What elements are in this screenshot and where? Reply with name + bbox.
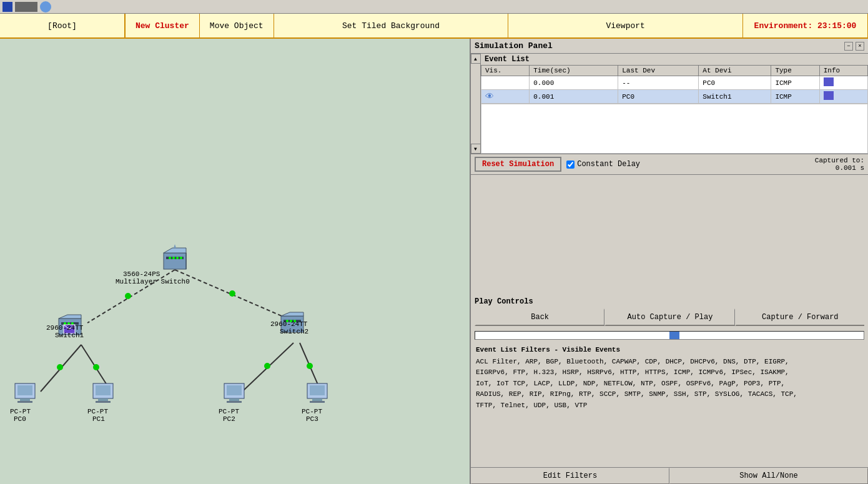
- svg-point-18: [176, 257, 179, 259]
- event-time-2: 0.001: [530, 90, 618, 104]
- svg-text:PC-PT: PC-PT: [219, 408, 239, 415]
- app-icon-3: [40, 1, 51, 12]
- svg-point-17: [172, 257, 175, 259]
- svg-marker-35: [281, 312, 303, 316]
- svg-rect-63: [310, 401, 325, 403]
- event-row-2[interactable]: 👁 0.001 PC0 Switch1 ICMP: [481, 90, 868, 104]
- capture-forward-button[interactable]: Capture / Forward: [735, 309, 864, 326]
- menu-bar: [Root] New Cluster Move Object Set Tiled…: [0, 14, 868, 39]
- svg-rect-62: [312, 398, 322, 401]
- svg-point-6: [125, 293, 131, 299]
- svg-rect-44: [20, 398, 30, 401]
- filters-text: ACL Filter, ARP, BGP, Bluetooth, CAPWAP,…: [476, 357, 863, 412]
- event-vis-1: [481, 76, 530, 90]
- captured-to-value: 0.001 s: [815, 164, 864, 172]
- menu-move-object[interactable]: Move Object: [200, 14, 274, 37]
- menu-viewport[interactable]: Viewport: [508, 14, 743, 37]
- progress-area: [471, 328, 868, 342]
- app-icon-1: [2, 2, 12, 12]
- col-type: Type: [771, 66, 819, 76]
- event-list-empty-space: [481, 104, 868, 154]
- svg-text:3560-24PS: 3560-24PS: [123, 270, 160, 278]
- constant-delay-label[interactable]: Constant Delay: [566, 160, 640, 169]
- svg-point-9: [93, 364, 99, 370]
- back-button[interactable]: Back: [475, 309, 604, 326]
- event-color-1: [824, 77, 834, 86]
- panel-header: Simulation Panel − ×: [471, 39, 868, 54]
- main-area: 3560-24PS Multilayer Switch0 2960-24TT S…: [0, 39, 868, 484]
- panel-title: Simulation Panel: [475, 41, 553, 51]
- svg-marker-24: [59, 315, 81, 319]
- title-bar: [0, 0, 868, 14]
- event-vis-2: 👁: [481, 90, 530, 104]
- event-info-2: [819, 90, 867, 104]
- vertical-scrollbar[interactable]: ▲ ▼: [471, 54, 481, 154]
- middle-spacer: [471, 175, 868, 295]
- menu-root[interactable]: [Root]: [0, 14, 125, 37]
- event-at-dev-1: PC0: [699, 76, 771, 90]
- event-table: Vis. Time(sec) Last Dev At Devi Type Inf…: [481, 65, 868, 104]
- svg-point-10: [264, 363, 270, 369]
- svg-rect-49: [96, 385, 111, 395]
- event-time-1: 0.000: [530, 76, 618, 90]
- event-last-dev-1: --: [618, 76, 699, 90]
- svg-point-16: [169, 257, 171, 259]
- svg-text:PC-PT: PC-PT: [87, 408, 108, 415]
- play-controls-label: Play Controls: [475, 297, 864, 306]
- svg-text:2960-24TT: 2960-24TT: [46, 324, 84, 332]
- filter-buttons: Edit Filters Show All/None: [471, 467, 868, 484]
- col-at-dev: At Devi: [699, 66, 771, 76]
- event-type-2: ICMP: [771, 90, 819, 104]
- progress-bar-fill: [669, 332, 679, 339]
- reset-simulation-button[interactable]: Reset Simulation: [475, 157, 561, 172]
- menu-new-cluster[interactable]: New Cluster: [125, 14, 200, 37]
- svg-rect-61: [310, 385, 325, 395]
- event-info-1: [819, 76, 867, 90]
- svg-text:PC0: PC0: [14, 415, 26, 423]
- event-at-dev-2: Switch1: [699, 90, 771, 104]
- svg-text:PC-PT: PC-PT: [302, 408, 322, 415]
- event-last-dev-2: PC0: [618, 90, 699, 104]
- svg-text:Multilayer Switch0: Multilayer Switch0: [116, 278, 190, 285]
- show-all-none-button[interactable]: Show All/None: [669, 468, 868, 484]
- simulation-panel: Simulation Panel − × ▲ ▼ Event List Vis.: [470, 39, 868, 484]
- svg-point-7: [229, 290, 235, 297]
- svg-text:Switch1: Switch1: [55, 332, 84, 339]
- panel-controls: − ×: [844, 42, 864, 51]
- topology-svg: 3560-24PS Multilayer Switch0 2960-24TT S…: [0, 39, 470, 484]
- play-controls-section: Play Controls Back Auto Capture / Play C…: [471, 295, 868, 328]
- event-row-1[interactable]: 0.000 -- PC0 ICMP: [481, 76, 868, 90]
- event-list-container: Event List Vis. Time(sec) Last Dev At De…: [481, 54, 868, 154]
- auto-capture-play-button[interactable]: Auto Capture / Play: [604, 309, 734, 326]
- close-button[interactable]: ×: [856, 42, 864, 51]
- svg-marker-13: [164, 248, 186, 253]
- minimize-button[interactable]: −: [844, 42, 853, 51]
- app-icon-2: [15, 2, 37, 12]
- svg-rect-50: [98, 398, 108, 401]
- svg-rect-45: [17, 401, 32, 403]
- svg-rect-12: [164, 253, 186, 269]
- svg-text:2960-24TT: 2960-24TT: [270, 320, 308, 328]
- menu-environment[interactable]: Environment: 23:15:00: [743, 14, 868, 37]
- eye-icon: 👁: [485, 92, 494, 102]
- svg-point-19: [180, 257, 182, 259]
- event-list-label: Event List: [481, 54, 868, 65]
- svg-text:PC3: PC3: [306, 415, 318, 423]
- constant-delay-text: Constant Delay: [577, 160, 640, 169]
- constant-delay-checkbox[interactable]: [566, 161, 575, 169]
- captured-to-area: Captured to: 0.001 s: [815, 157, 864, 172]
- svg-rect-57: [227, 401, 242, 403]
- progress-bar-track[interactable]: [475, 331, 864, 340]
- svg-rect-51: [96, 401, 111, 403]
- event-color-2: [824, 91, 834, 100]
- menu-tiled-bg[interactable]: Set Tiled Background: [274, 14, 509, 37]
- svg-text:PC1: PC1: [92, 415, 105, 423]
- controls-row: Reset Simulation Constant Delay Captured…: [471, 154, 868, 175]
- scroll-up-arrow[interactable]: ▲: [471, 54, 481, 64]
- svg-rect-43: [17, 385, 32, 395]
- col-info: Info: [819, 66, 867, 76]
- svg-text:Switch2: Switch2: [280, 328, 308, 335]
- canvas-area[interactable]: 3560-24PS Multilayer Switch0 2960-24TT S…: [0, 39, 470, 484]
- scroll-down-arrow[interactable]: ▼: [471, 144, 481, 154]
- edit-filters-button[interactable]: Edit Filters: [471, 468, 669, 484]
